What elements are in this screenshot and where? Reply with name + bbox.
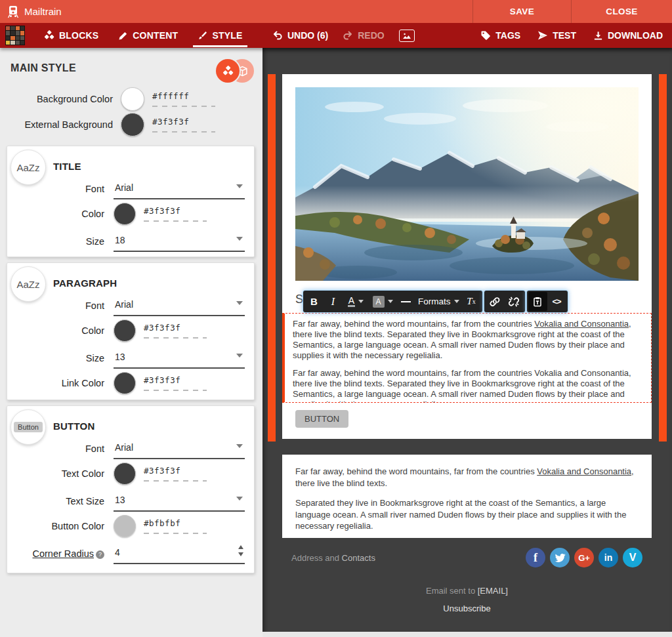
paragraph-font-select[interactable]: Arial xyxy=(114,298,245,316)
vokalia-link[interactable]: Vokalia and Consonantia xyxy=(537,466,631,476)
download-button[interactable]: DOWNLOAD xyxy=(593,30,663,41)
title-color-swatch[interactable] xyxy=(114,203,136,225)
formats-dropdown[interactable]: Formats xyxy=(415,292,462,311)
tab-content[interactable]: CONTENT xyxy=(108,23,188,48)
tab-style[interactable]: STYLE xyxy=(188,23,252,48)
paragraph-link-color-row: Link Color #3f3f3f xyxy=(16,369,245,398)
spinner-up-icon[interactable] xyxy=(238,543,243,549)
paragraph-link-color-swatch[interactable] xyxy=(114,372,136,394)
italic-button[interactable]: I xyxy=(324,292,343,311)
paragraph[interactable]: Far far away, behind the word mountains,… xyxy=(295,466,639,489)
button-badge: Button xyxy=(10,409,46,445)
redo-button[interactable]: REDO xyxy=(343,30,384,41)
paragraph-font-row: Font Arial xyxy=(16,293,245,316)
button-text-color-swatch[interactable] xyxy=(114,462,136,485)
paper-plane-icon xyxy=(537,30,548,41)
chevron-down-icon xyxy=(358,300,364,306)
background-color-button[interactable]: A xyxy=(369,292,396,311)
pencil-icon xyxy=(118,31,128,41)
download-label: DOWNLOAD xyxy=(608,30,663,41)
background-color-swatch[interactable] xyxy=(121,87,144,111)
help-icon[interactable]: ? xyxy=(96,550,104,559)
section-title-fragment[interactable]: S xyxy=(295,293,303,306)
paragraph-link-color-value[interactable]: #3f3f3f xyxy=(144,375,207,385)
selected-text-block[interactable]: Far far away, behind the word mountains,… xyxy=(282,313,652,403)
corner-radius-input[interactable]: 4 xyxy=(114,546,245,564)
tags-button[interactable]: TAGS xyxy=(480,30,520,41)
paragraph-color-swatch[interactable] xyxy=(114,319,136,342)
train-icon xyxy=(7,5,20,18)
email-token-link[interactable]: [EMAIL] xyxy=(478,586,508,596)
email-block-hero[interactable]: S B I A A Formats xyxy=(282,74,652,439)
brush-icon xyxy=(198,31,207,41)
vimeo-icon[interactable]: V xyxy=(623,548,642,567)
remove-link-button[interactable] xyxy=(505,292,524,311)
number-spinner[interactable] xyxy=(238,543,243,559)
facebook-icon[interactable]: f xyxy=(526,548,545,567)
dashed-underline xyxy=(144,337,207,339)
dashed-underline xyxy=(152,106,215,107)
paragraph-size-row: Size 13 xyxy=(16,345,245,369)
vokalia-link[interactable]: Vokalia and Consonantia xyxy=(534,319,629,329)
close-button[interactable]: CLOSE xyxy=(571,0,672,23)
button-font-select[interactable]: Arial xyxy=(114,442,245,459)
address-line: Address and Contacts xyxy=(282,553,526,563)
source-code-button[interactable]: <> xyxy=(547,292,566,311)
button-color-swatch[interactable] xyxy=(114,515,136,537)
paragraph-badge: AaZz xyxy=(10,266,46,302)
horizontal-rule-button[interactable] xyxy=(396,292,415,311)
contacts-link[interactable]: Contacts xyxy=(342,553,375,563)
insert-link-button[interactable] xyxy=(486,292,505,311)
chevron-down-icon xyxy=(236,237,243,244)
test-button[interactable]: TEST xyxy=(537,30,576,41)
tab-blocks-label: BLOCKS xyxy=(59,30,98,41)
style-scope-toggles xyxy=(216,59,254,83)
format-group: B I A A Formats Tx xyxy=(303,291,482,312)
bold-button[interactable]: B xyxy=(304,292,324,311)
email-cta-button[interactable]: BUTTON xyxy=(295,410,348,428)
corner-radius-label[interactable]: Corner Radius xyxy=(33,548,94,559)
save-button[interactable]: SAVE xyxy=(472,0,571,23)
undo-button[interactable]: UNDO (6) xyxy=(272,30,328,41)
spinner-down-icon[interactable] xyxy=(238,552,243,559)
paragraph-color-value[interactable]: #3f3f3f xyxy=(144,323,207,333)
external-background-value[interactable]: #3f3f3f xyxy=(152,117,215,127)
unsubscribe-link[interactable]: Unsubscribe xyxy=(443,604,490,613)
title-color-value[interactable]: #3f3f3f xyxy=(144,206,207,216)
paragraph-size-select[interactable]: 13 xyxy=(114,351,245,369)
paragraph[interactable]: Separated they live in Bookmarksgrove ri… xyxy=(295,497,639,532)
button-text-color-value[interactable]: #3f3f3f xyxy=(144,466,207,476)
hero-image[interactable] xyxy=(295,87,639,281)
test-label: TEST xyxy=(553,30,576,41)
external-background-swatch[interactable] xyxy=(121,113,144,136)
text-color-button[interactable]: A xyxy=(343,292,369,311)
background-color-row: Background Color #ffffff xyxy=(0,86,262,112)
chevron-down-icon xyxy=(236,184,243,192)
block-selection-bar-left xyxy=(268,74,276,442)
tab-blocks[interactable]: BLOCKS xyxy=(34,23,108,48)
history-controls: UNDO (6) REDO xyxy=(272,30,415,42)
background-color-value[interactable]: #ffffff xyxy=(152,91,215,101)
twitter-icon[interactable] xyxy=(550,548,570,567)
top-bar: Mailtrain SAVE CLOSE xyxy=(0,0,672,23)
link-icon xyxy=(490,297,500,307)
clipboard-icon xyxy=(532,297,543,307)
title-size-select[interactable]: 18 xyxy=(114,234,245,252)
paste-as-text-button[interactable] xyxy=(528,292,547,311)
email-sent-line: Email sent to [EMAIL] xyxy=(282,586,652,596)
paste-group: <> xyxy=(527,291,568,312)
button-badge-label: Button xyxy=(14,422,43,432)
editor-tabs: BLOCKS CONTENT STYLE xyxy=(34,23,253,48)
chevron-down-icon xyxy=(454,300,459,306)
image-gallery-button[interactable] xyxy=(399,30,415,42)
google-plus-icon[interactable]: G+ xyxy=(574,548,594,567)
paragraph[interactable]: Far far away, behind the word mountains,… xyxy=(293,319,643,361)
linkedin-icon[interactable]: in xyxy=(598,548,618,567)
paragraph[interactable]: Far far away, behind the word mountains,… xyxy=(293,368,643,403)
title-font-select[interactable]: Arial xyxy=(114,182,245,199)
clear-formatting-button[interactable]: Tx xyxy=(462,292,481,311)
blocks-style-toggle[interactable] xyxy=(216,59,240,83)
button-color-value[interactable]: #bfbfbf xyxy=(144,518,207,528)
email-block-text[interactable]: Far far away, behind the word mountains,… xyxy=(282,455,652,538)
button-text-size-select[interactable]: 13 xyxy=(114,494,245,512)
